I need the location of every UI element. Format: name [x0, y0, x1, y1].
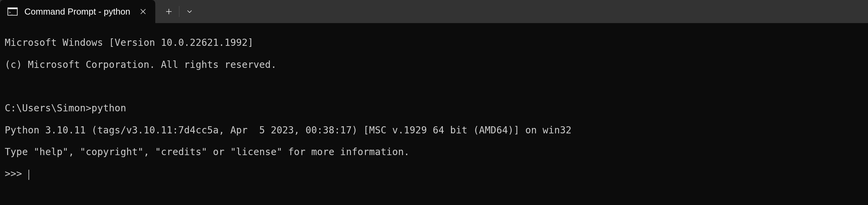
terminal-line: Python 3.10.11 (tags/v3.10.11:7d4cc5a, A… [5, 125, 863, 136]
svg-rect-2 [7, 7, 18, 9]
plus-icon [165, 8, 172, 15]
terminal-line: (c) Microsoft Corporation. All rights re… [5, 59, 863, 70]
python-prompt: >>> [5, 168, 28, 179]
terminal-prompt-line: >>> [5, 168, 863, 179]
terminal-line: C:\Users\Simon>python [5, 103, 863, 114]
window-titlebar: >_ Command Prompt - python [0, 0, 868, 23]
tab-close-button[interactable] [137, 5, 149, 18]
close-icon [140, 8, 146, 15]
tab-dropdown-button[interactable] [180, 2, 199, 21]
titlebar-actions [155, 0, 199, 23]
titlebar-divider [179, 6, 179, 17]
svg-text:>_: >_ [9, 11, 13, 15]
tab-title: Command Prompt - python [24, 6, 130, 17]
text-cursor [28, 170, 29, 180]
terminal-line: Microsoft Windows [Version 10.0.22621.19… [5, 37, 863, 48]
chevron-down-icon [186, 8, 193, 15]
terminal-line [5, 81, 863, 92]
active-tab[interactable]: >_ Command Prompt - python [0, 0, 155, 23]
terminal-line: Type "help", "copyright", "credits" or "… [5, 147, 863, 157]
terminal-output[interactable]: Microsoft Windows [Version 10.0.22621.19… [0, 23, 868, 194]
new-tab-button[interactable] [159, 2, 178, 21]
cmd-icon: >_ [7, 7, 18, 16]
